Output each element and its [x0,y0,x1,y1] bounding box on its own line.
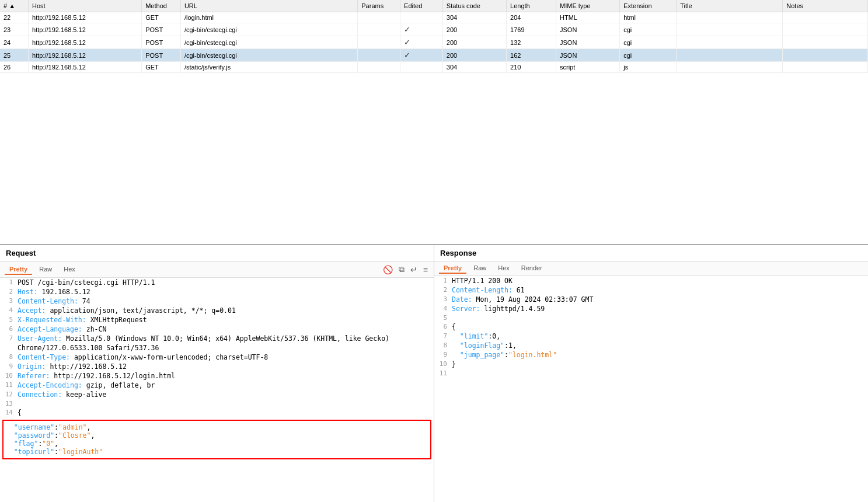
col-header-url[interactable]: URL [180,0,357,12]
request-tab-hex[interactable]: Hex [59,264,80,275]
request-line: 6Accept-Language: zh-CN [0,325,434,334]
newline-icon[interactable]: ↵ [409,264,419,276]
request-line: 10Referer: http://192.168.5.12/login.htm… [0,371,434,381]
response-line: 11 [434,369,868,378]
response-line: 3Date: Mon, 19 Aug 2024 02:33:07 GMT [434,295,868,304]
col-header-status[interactable]: Status code [442,0,506,12]
request-panel: Request Pretty Raw Hex 🚫 ⧉ ↵ ≡ 1POST /cg… [0,245,434,502]
col-header-host[interactable]: Host [29,0,142,12]
col-header-params[interactable]: Params [358,0,400,12]
response-tab-raw[interactable]: Raw [469,263,491,274]
response-line: 1HTTP/1.1 200 OK [434,276,868,285]
request-tab-icons: 🚫 ⧉ ↵ ≡ [382,263,429,276]
response-tabs-bar: Pretty Raw Hex Render [434,262,868,276]
response-tab-pretty[interactable]: Pretty [439,263,466,274]
response-panel-title: Response [434,245,868,262]
request-line: 14{ [0,408,434,417]
response-line: 9 "jump_page":"login.html" [434,350,868,360]
menu-icon[interactable]: ≡ [422,264,429,276]
request-line: 4Accept: application/json, text/javascri… [0,306,434,315]
col-header-mime[interactable]: MIME type [556,0,620,12]
response-line: 6{ [434,322,868,332]
eye-slash-icon[interactable]: 🚫 [382,264,394,276]
bottom-panels: Request Pretty Raw Hex 🚫 ⧉ ↵ ≡ 1POST /cg… [0,245,868,502]
col-header-method[interactable]: Method [142,0,181,12]
col-header-notes[interactable]: Notes [783,0,868,12]
response-line: 2Content-Length: 61 [434,285,868,295]
table-header: # ▲ Host Method URL Params Edited Status… [0,0,868,12]
response-panel: Response Pretty Raw Hex Render 1HTTP/1.1… [434,245,868,502]
table-row[interactable]: 25http://192.168.5.12POST/cgi-bin/cstecg… [0,49,868,62]
col-header-num[interactable]: # ▲ [0,0,29,12]
request-line: 3Content-Length: 74 [0,297,434,306]
response-line: 4Server: lighttpd/1.4.59 [434,304,868,313]
response-line: 7 "limit":0, [434,332,868,341]
table-row[interactable]: 26http://192.168.5.12GET/static/js/verif… [0,62,868,73]
request-line: Chrome/127.0.6533.100 Safari/537.36 [0,343,434,353]
response-line: 5 [434,313,868,322]
response-tab-hex[interactable]: Hex [493,263,514,274]
request-tabs-bar: Pretty Raw Hex 🚫 ⧉ ↵ ≡ [0,262,434,278]
response-tab-render[interactable]: Render [517,263,547,274]
response-line: 10} [434,360,868,369]
request-line: 8Content-Type: application/x-www-form-ur… [0,353,434,362]
request-line: 11Accept-Encoding: gzip, deflate, br [0,381,434,390]
request-content: 1POST /cgi-bin/cstecgi.cgi HTTP/1.12Host… [0,278,434,502]
request-line: 12Connection: keep-alive [0,390,434,399]
request-line: 5X-Requested-With: XMLHttpRequest [0,315,434,325]
col-header-ext[interactable]: Extension [620,0,677,12]
request-line: 9Origin: http://192.168.5.12 [0,362,434,371]
request-body-highlighted: "username":"admin", "password":"Closre",… [2,420,431,459]
request-tab-raw[interactable]: Raw [34,264,57,275]
col-header-edited[interactable]: Edited [400,0,443,12]
http-history-table: # ▲ Host Method URL Params Edited Status… [0,0,868,245]
request-line: 2Host: 192.168.5.12 [0,287,434,297]
table-row[interactable]: 23http://192.168.5.12POST/cgi-bin/cstecg… [0,23,868,36]
copy-icon[interactable]: ⧉ [398,263,406,276]
request-line: 13 [0,399,434,408]
response-line: 8 "loginFlag":1, [434,341,868,350]
request-line: 1POST /cgi-bin/cstecgi.cgi HTTP/1.1 [0,278,434,287]
col-header-length[interactable]: Length [507,0,556,12]
request-tab-pretty[interactable]: Pretty [5,264,32,275]
table-row[interactable]: 24http://192.168.5.12POST/cgi-bin/cstecg… [0,36,868,49]
request-panel-title: Request [0,245,434,262]
col-header-title[interactable]: Title [677,0,783,12]
table-row[interactable]: 22http://192.168.5.12GET/login.html30420… [0,12,868,23]
request-line: 7User-Agent: Mozilla/5.0 (Windows NT 10.… [0,334,434,343]
response-content: 1HTTP/1.1 200 OK2Content-Length: 613Date… [434,276,868,502]
